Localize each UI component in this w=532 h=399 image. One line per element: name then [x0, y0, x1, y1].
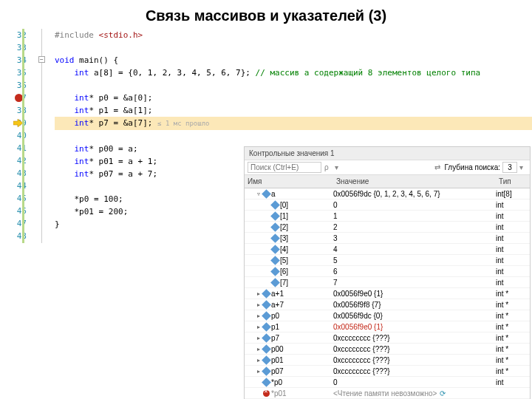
- page-title: Связь массивов и указателей (3): [0, 0, 532, 29]
- watch-row[interactable]: [6] 6 int: [245, 266, 530, 277]
- var-name: [6]: [280, 267, 288, 276]
- code-line[interactable]: #include <stdio.h>: [55, 29, 532, 41]
- var-type: int: [496, 245, 530, 253]
- watch-row[interactable]: ▸ p1 0x0056f9e0 {1} int *: [245, 321, 530, 332]
- watch-row[interactable]: [7] 7 int: [245, 277, 530, 288]
- var-type: int *: [496, 334, 530, 342]
- var-value: 0xcccccccc {???}: [333, 334, 496, 342]
- col-value[interactable]: Значение: [333, 177, 496, 186]
- code-line[interactable]: int* p1 = &a[1];: [55, 104, 532, 117]
- var-name: p0: [271, 312, 279, 320]
- var-icon: [270, 256, 280, 265]
- code-line[interactable]: [55, 79, 532, 92]
- var-value: 4: [333, 245, 496, 253]
- var-value: 1: [333, 212, 496, 220]
- var-icon: [262, 322, 271, 332]
- var-value: 3: [333, 234, 496, 242]
- watch-row[interactable]: *p0 0 int: [245, 377, 530, 388]
- var-icon: [262, 189, 271, 199]
- watch-row[interactable]: [5] 5 int: [245, 255, 530, 266]
- var-type: int: [496, 267, 530, 276]
- watch-row[interactable]: *p01 <Чтение памяти невозможно>⟳: [245, 388, 530, 399]
- code-line[interactable]: int* p7 = &a[7]; ≤ 1 мс прошло: [55, 117, 532, 130]
- var-value: 0x0056f9e0 {1}: [333, 290, 496, 298]
- var-icon: [262, 344, 271, 354]
- var-name: [2]: [280, 223, 288, 231]
- var-name: p7: [271, 334, 279, 342]
- var-name: p07: [271, 367, 284, 375]
- var-name: [3]: [280, 234, 288, 242]
- var-name: [4]: [280, 245, 288, 253]
- col-type[interactable]: Тип: [496, 177, 530, 186]
- watch-row[interactable]: [1] 1 int: [245, 211, 530, 222]
- line-gutter: 3233343536373839404142434445464748: [0, 29, 37, 243]
- var-value: 0: [333, 201, 496, 209]
- var-name: [7]: [280, 279, 288, 287]
- watch-row[interactable]: ▸ p7 0xcccccccc {???} int *: [245, 332, 530, 344]
- var-name: p1: [271, 323, 279, 331]
- chevron-down-icon[interactable]: ▾: [519, 163, 527, 171]
- var-value: 0xcccccccc {???}: [333, 345, 496, 353]
- code-line[interactable]: void main() {: [55, 54, 532, 66]
- watch-row[interactable]: ▸ a+1 0x0056f9e0 {1} int *: [245, 288, 530, 299]
- var-type: int *: [496, 290, 530, 298]
- var-type: int *: [496, 356, 530, 364]
- watch-header: Имя Значение Тип: [245, 175, 530, 188]
- var-value: 0x0056f9f8 {7}: [333, 301, 496, 309]
- refresh-icon[interactable]: ⟳: [440, 389, 446, 398]
- watch-row[interactable]: ▸ p07 0xcccccccc {???} int *: [245, 366, 530, 377]
- var-value: 5: [333, 256, 496, 265]
- watch-row[interactable]: ▸ p0 0x0056f9dc {0} int *: [245, 310, 530, 321]
- code-line[interactable]: int* p0 = &a[0];: [55, 92, 532, 104]
- var-name: [0]: [280, 201, 288, 209]
- arrows-icon[interactable]: ⇄: [434, 163, 442, 171]
- var-type: int: [496, 234, 530, 242]
- var-type: int: [496, 212, 530, 220]
- fold-margin: −: [37, 29, 53, 243]
- var-value: 0xcccccccc {???}: [333, 356, 496, 364]
- expand-toggle[interactable]: [255, 390, 262, 397]
- watch-row[interactable]: [3] 3 int: [245, 233, 530, 244]
- watch-row[interactable]: [4] 4 int: [245, 244, 530, 255]
- var-value: 2: [333, 223, 496, 231]
- watch-row[interactable]: ▿ a 0x0056f9dc {0, 1, 2, 3, 4, 5, 6, 7} …: [245, 188, 530, 200]
- var-icon: [270, 245, 280, 254]
- var-icon: [262, 289, 271, 299]
- var-value: 0x0056f9dc {0, 1, 2, 3, 4, 5, 6, 7}: [333, 190, 496, 198]
- var-name: a+1: [271, 290, 284, 298]
- var-value: 0: [333, 378, 496, 386]
- var-icon: [270, 211, 280, 221]
- code-line[interactable]: int a[8] = {0, 1, 2, 3, 4, 5, 6, 7}; // …: [55, 66, 532, 79]
- var-type: int *: [496, 301, 530, 309]
- var-icon: [270, 233, 280, 243]
- var-type: int: [496, 201, 530, 209]
- var-icon: [262, 311, 271, 321]
- code-line[interactable]: [55, 130, 532, 143]
- var-type: int: [496, 256, 530, 265]
- change-bar: [22, 29, 24, 243]
- var-icon: [262, 378, 271, 387]
- dropdown-icon[interactable]: ▾: [335, 163, 342, 171]
- col-name[interactable]: Имя: [245, 177, 333, 186]
- var-name: a: [271, 190, 276, 198]
- watch-row[interactable]: ▸ p00 0xcccccccc {???} int *: [245, 344, 530, 355]
- var-name: *p01: [271, 389, 287, 398]
- var-value: <Чтение памяти невозможно>⟳: [333, 389, 496, 398]
- fold-toggle[interactable]: −: [38, 56, 45, 63]
- var-icon: [270, 200, 280, 210]
- search-input[interactable]: [248, 162, 321, 173]
- var-value: 0x0056f9dc {0}: [333, 312, 496, 320]
- var-type: int *: [496, 323, 530, 331]
- var-value: 0x0056f9e0 {1}: [333, 323, 496, 331]
- search-icon[interactable]: ρ: [324, 163, 332, 171]
- depth-input[interactable]: [502, 162, 517, 173]
- watch-row[interactable]: [2] 2 int: [245, 222, 530, 233]
- var-icon: [270, 267, 280, 276]
- watch-toolbar: ρ ▾ ⇄ Глубина поиска: ▾: [245, 160, 530, 175]
- var-name: [5]: [280, 256, 288, 265]
- watch-row[interactable]: ▸ p01 0xcccccccc {???} int *: [245, 355, 530, 366]
- watch-row[interactable]: ▸ a+7 0x0056f9f8 {7} int *: [245, 299, 530, 310]
- code-line[interactable]: [55, 41, 532, 54]
- watch-row[interactable]: [0] 0 int: [245, 200, 530, 211]
- var-name: p01: [271, 356, 284, 364]
